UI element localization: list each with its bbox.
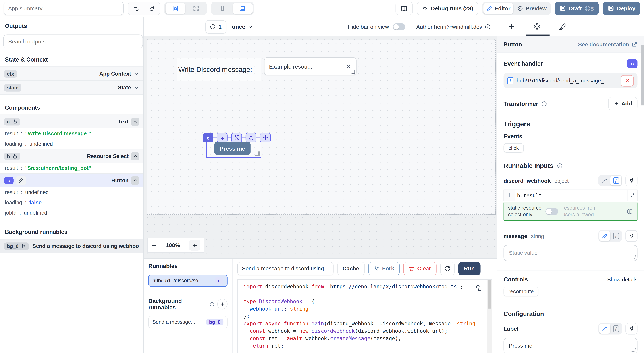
resize-handle[interactable] bbox=[255, 151, 260, 156]
tab-insert[interactable] bbox=[508, 17, 515, 36]
output-key: result bbox=[5, 189, 18, 195]
panel-scrollbar[interactable] bbox=[641, 36, 644, 353]
more-menu-button[interactable] bbox=[385, 5, 392, 12]
tab-preview[interactable]: Preview bbox=[514, 3, 550, 14]
resize-grip[interactable] bbox=[631, 348, 636, 352]
component-a-row[interactable]: a Text bbox=[0, 114, 143, 129]
code-scrollbar[interactable] bbox=[487, 280, 492, 353]
collapse-b-button[interactable] bbox=[131, 152, 139, 160]
code-editor[interactable]: import discordwebhook from "https://deno… bbox=[238, 280, 492, 353]
redo-button[interactable] bbox=[144, 2, 160, 15]
resize-grip[interactable] bbox=[631, 255, 636, 259]
component-b-row[interactable]: b Resource Select bbox=[0, 149, 143, 163]
chevron-down-icon[interactable] bbox=[134, 71, 139, 76]
bug-icon bbox=[422, 5, 428, 11]
edit-component-button[interactable] bbox=[16, 176, 26, 185]
chevron-down-icon bbox=[247, 23, 254, 30]
resource-select-component[interactable]: Example resou... bbox=[264, 57, 356, 75]
remove-handler-button[interactable] bbox=[620, 75, 634, 86]
run-label: Run bbox=[464, 266, 475, 272]
expand-button[interactable] bbox=[231, 133, 242, 142]
search-outputs-input[interactable] bbox=[3, 34, 143, 48]
code-content[interactable]: import discordwebhook from "https://deno… bbox=[244, 283, 492, 353]
draft-button[interactable]: Draft ⌘S bbox=[555, 2, 599, 15]
static-resource-toggle[interactable] bbox=[546, 208, 558, 215]
tab-editor[interactable]: Editor bbox=[484, 3, 513, 14]
copy-icon[interactable] bbox=[476, 285, 482, 292]
connect-input-button[interactable] bbox=[626, 230, 637, 242]
reload-button[interactable] bbox=[440, 262, 454, 275]
expand-editor-button[interactable] bbox=[628, 190, 637, 201]
full-width-toggle[interactable] bbox=[186, 3, 206, 14]
refresh-count-button[interactable]: 1 bbox=[205, 20, 226, 33]
ctx-row[interactable]: ctx App Context bbox=[0, 66, 143, 80]
deploy-button[interactable]: Deploy bbox=[603, 2, 640, 15]
label-value-input[interactable]: Press me bbox=[504, 338, 638, 353]
connect-input-button[interactable] bbox=[626, 175, 637, 186]
component-c-row[interactable]: c Button bbox=[0, 173, 143, 187]
expr-mode-button[interactable]: f bbox=[610, 324, 622, 334]
runnable-name-input[interactable] bbox=[238, 262, 334, 275]
mobile-toggle[interactable] bbox=[212, 3, 232, 14]
see-documentation-link[interactable]: See documentation bbox=[578, 41, 638, 47]
schedule-dropdown[interactable]: once bbox=[232, 23, 254, 30]
cache-button[interactable]: Cache bbox=[337, 262, 364, 275]
hide-bar-toggle[interactable] bbox=[393, 23, 406, 30]
run-button[interactable]: Run bbox=[458, 262, 480, 275]
event-click-chip[interactable]: click bbox=[504, 143, 524, 153]
selected-component-outline[interactable]: c bbox=[206, 137, 261, 158]
anchor-button[interactable] bbox=[246, 133, 256, 142]
event-handler-chip[interactable]: f hub/1511/discord/send_a_message_... bbox=[504, 73, 638, 88]
canvas-artboard[interactable]: Write Discord message: Example resou... … bbox=[147, 40, 496, 215]
move-button[interactable] bbox=[260, 133, 270, 142]
dock-button[interactable] bbox=[217, 133, 228, 142]
desktop-toggle[interactable] bbox=[233, 3, 252, 14]
show-details-link[interactable]: Show details bbox=[607, 276, 637, 283]
tab-styling[interactable] bbox=[559, 17, 566, 36]
collapse-c-button[interactable] bbox=[131, 176, 139, 184]
state-row[interactable]: state State bbox=[0, 80, 143, 95]
app-summary-input[interactable] bbox=[4, 2, 124, 15]
press-me-button[interactable]: Press me bbox=[214, 141, 250, 155]
collapse-a-button[interactable] bbox=[131, 118, 139, 126]
app-canvas[interactable]: Write Discord message: Example resou... … bbox=[144, 36, 497, 258]
zoom-out-button[interactable] bbox=[151, 242, 157, 248]
chevron-up-icon bbox=[132, 154, 138, 159]
add-transformer-button[interactable]: Add bbox=[608, 97, 638, 110]
fork-button[interactable]: Fork bbox=[368, 262, 400, 275]
zoom-in-button[interactable] bbox=[189, 240, 200, 251]
tab-components[interactable] bbox=[533, 17, 541, 36]
chevron-down-icon[interactable] bbox=[134, 85, 139, 90]
resize-handle[interactable] bbox=[257, 77, 260, 80]
expr-mode-button[interactable]: f bbox=[610, 231, 622, 241]
center-layout-toggle[interactable] bbox=[166, 3, 185, 14]
info-icon bbox=[210, 301, 214, 307]
clear-icon[interactable] bbox=[346, 63, 352, 69]
docs-button[interactable] bbox=[396, 2, 413, 15]
debug-runs-button[interactable]: Debug runs (23) bbox=[417, 2, 478, 15]
draft-label: Draft bbox=[569, 5, 582, 11]
add-bg-runnable-button[interactable] bbox=[218, 299, 228, 309]
book-icon bbox=[401, 5, 408, 12]
close-icon bbox=[624, 78, 630, 83]
a-loading-row: loading: undefined bbox=[0, 139, 143, 149]
output-key: loading bbox=[5, 141, 22, 147]
static-mode-button[interactable] bbox=[599, 176, 610, 185]
message-static-input[interactable]: Static value bbox=[504, 245, 638, 261]
clear-button[interactable]: Clear bbox=[403, 262, 436, 275]
resize-handle[interactable] bbox=[352, 70, 355, 74]
recompute-chip[interactable]: recompute bbox=[504, 287, 538, 296]
static-mode-button[interactable] bbox=[599, 324, 610, 334]
static-right-2: users allowed bbox=[562, 212, 594, 218]
static-mode-button[interactable] bbox=[599, 231, 610, 241]
save-icon bbox=[608, 5, 614, 11]
expr-mode-button[interactable]: f bbox=[610, 176, 622, 185]
bg-runnable-item[interactable]: Send a message... bg_0 bbox=[148, 316, 228, 328]
info-icon[interactable] bbox=[484, 23, 491, 30]
undo-button[interactable] bbox=[128, 2, 144, 15]
expr-editor[interactable]: 1 b.result bbox=[504, 190, 638, 201]
runnable-item-selected[interactable]: hub/1511/discord/se... c bbox=[148, 275, 228, 287]
bg0-row[interactable]: bg_0 Send a message to discord using web… bbox=[0, 239, 143, 253]
text-component[interactable]: Write Discord message: bbox=[177, 58, 261, 81]
connect-input-button[interactable] bbox=[626, 323, 637, 335]
